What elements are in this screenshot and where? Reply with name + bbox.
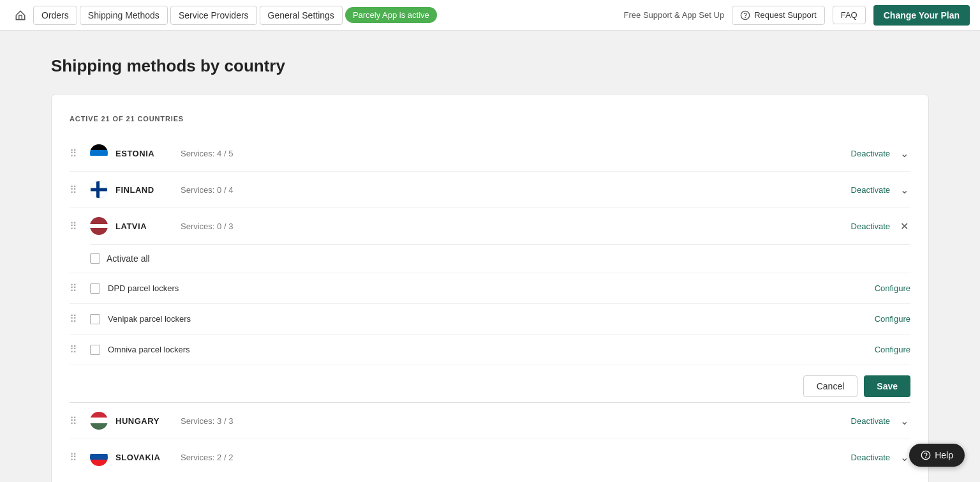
services-estonia: Services: 4 / 5 [181, 149, 843, 158]
orders-nav-button[interactable]: Orders [33, 6, 77, 25]
country-row-estonia: ⠿ ESTONIA Services: 4 / 5 Deactivate ⌄ [70, 135, 910, 172]
deactivate-slovakia[interactable]: Deactivate [851, 453, 890, 462]
service-row-omniva: ⠿ Omniva parcel lockers Configure [70, 335, 910, 365]
shipping-methods-nav-button[interactable]: Shipping Methods [80, 6, 168, 25]
service-row-dpd: ⠿ DPD parcel lockers Configure [70, 273, 910, 304]
svg-point-1 [745, 17, 746, 18]
request-support-button[interactable]: Request Support [732, 6, 825, 25]
deactivate-latvia[interactable]: Deactivate [851, 222, 890, 231]
country-row-hungary: ⠿ HUNGARY Services: 3 / 3 Deactivate ⌄ [70, 403, 910, 439]
activate-all-label: Activate all [107, 253, 150, 264]
checkbox-venipak[interactable] [90, 314, 100, 324]
service-providers-nav-button[interactable]: Service Providers [170, 6, 257, 25]
country-name-hungary: HUNGARY [115, 416, 173, 426]
request-support-label: Request Support [754, 10, 817, 20]
services-slovakia: Services: 2 / 2 [181, 453, 843, 462]
configure-omniva[interactable]: Configure [875, 345, 910, 354]
svg-point-3 [926, 457, 926, 458]
flag-finland [90, 181, 108, 199]
chevron-down-icon-slovakia[interactable]: ⌄ [898, 451, 910, 463]
service-name-venipak: Venipak parcel lockers [108, 314, 867, 324]
faq-button[interactable]: FAQ [833, 6, 866, 24]
help-icon [921, 450, 931, 460]
activate-all-checkbox[interactable] [90, 253, 100, 264]
free-support-text: Free Support & App Set Up [624, 10, 725, 20]
drag-handle-venipak[interactable]: ⠿ [70, 313, 82, 325]
drag-handle-hungary[interactable]: ⠿ [70, 415, 82, 427]
support-icon [740, 10, 750, 20]
header: Orders Shipping Methods Service Provider… [0, 0, 980, 31]
main-content: Shipping methods by country ACTIVE 21 OF… [0, 31, 980, 482]
flag-estonia [90, 144, 108, 162]
header-right: Free Support & App Set Up Request Suppor… [624, 5, 970, 26]
drag-handle-latvia[interactable]: ⠿ [70, 220, 82, 232]
services-finland: Services: 0 / 4 [181, 185, 843, 195]
service-name-dpd: DPD parcel lockers [108, 283, 867, 293]
country-name-finland: FINLAND [115, 185, 173, 195]
active-badge: Parcely App is active [345, 7, 437, 23]
configure-dpd[interactable]: Configure [875, 283, 910, 293]
country-section-latvia: ⠿ LATVIA Services: 0 / 3 Deactivate ✕ Ac… [70, 208, 910, 403]
home-button[interactable] [10, 5, 31, 26]
save-button[interactable]: Save [864, 375, 910, 397]
chevron-down-icon-finland[interactable]: ⌄ [898, 184, 910, 196]
country-name-estonia: ESTONIA [115, 149, 173, 158]
services-latvia: Services: 0 / 3 [181, 222, 843, 231]
service-name-omniva: Omniva parcel lockers [108, 345, 867, 354]
country-name-slovakia: SLOVAKIA [115, 453, 173, 462]
action-buttons: Cancel Save [70, 365, 910, 402]
help-label: Help [935, 450, 953, 460]
general-settings-nav-button[interactable]: General Settings [260, 6, 343, 25]
checkbox-dpd[interactable] [90, 283, 100, 294]
close-icon-latvia[interactable]: ✕ [898, 220, 910, 232]
drag-handle-estonia[interactable]: ⠿ [70, 147, 82, 160]
change-plan-button[interactable]: Change Your Plan [873, 5, 970, 26]
chevron-down-icon-hungary[interactable]: ⌄ [898, 415, 910, 427]
flag-latvia [90, 217, 108, 235]
drag-handle-finland[interactable]: ⠿ [70, 184, 82, 196]
drag-handle-slovakia[interactable]: ⠿ [70, 451, 82, 463]
flag-slovakia [90, 448, 108, 466]
active-countries-label: ACTIVE 21 OF 21 COUNTRIES [70, 115, 910, 123]
country-name-latvia: LATVIA [115, 222, 173, 231]
deactivate-hungary[interactable]: Deactivate [851, 416, 890, 426]
page-title: Shipping methods by country [51, 56, 929, 76]
chevron-down-icon-estonia[interactable]: ⌄ [898, 147, 910, 160]
flag-hungary [90, 412, 108, 430]
country-row-slovakia: ⠿ SLOVAKIA Services: 2 / 2 Deactivate ⌄ [70, 439, 910, 475]
checkbox-omniva[interactable] [90, 345, 100, 355]
help-button[interactable]: Help [909, 444, 965, 467]
cancel-button[interactable]: Cancel [803, 375, 858, 397]
drag-handle-dpd[interactable]: ⠿ [70, 282, 82, 294]
deactivate-finland[interactable]: Deactivate [851, 185, 890, 195]
countries-card: ACTIVE 21 OF 21 COUNTRIES ⠿ ESTONIA Serv… [51, 94, 929, 482]
country-row-latvia: ⠿ LATVIA Services: 0 / 3 Deactivate ✕ [70, 208, 910, 244]
services-hungary: Services: 3 / 3 [181, 416, 843, 426]
service-row-venipak: ⠿ Venipak parcel lockers Configure [70, 304, 910, 335]
deactivate-estonia[interactable]: Deactivate [851, 149, 890, 158]
configure-venipak[interactable]: Configure [875, 314, 910, 324]
activate-all-row: Activate all [70, 245, 910, 273]
drag-handle-omniva[interactable]: ⠿ [70, 343, 82, 356]
country-row-finland: ⠿ FINLAND Services: 0 / 4 Deactivate ⌄ [70, 172, 910, 208]
